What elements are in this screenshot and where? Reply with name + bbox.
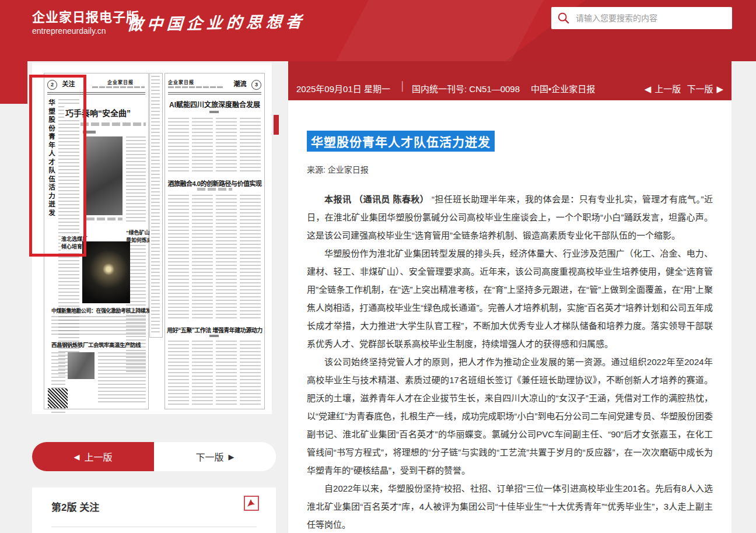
page-pager: ◀ 上一版 下一版 ▶ xyxy=(32,442,276,471)
photo-caption-line xyxy=(86,218,123,220)
search-input[interactable] xyxy=(575,13,732,23)
prev-arrow-icon: ◀ xyxy=(74,453,79,461)
text-column-pattern xyxy=(192,118,213,174)
prev-page-button[interactable]: ◀ 上一版 xyxy=(32,442,154,471)
text-column-pattern xyxy=(240,341,261,405)
site-slogan: 做中国企业的思想者 xyxy=(127,9,306,34)
site-title[interactable]: 企业家日报电子版 xyxy=(32,6,139,25)
newspaper-spine-column xyxy=(149,73,163,338)
text-column-pattern xyxy=(216,118,237,174)
text-column-pattern xyxy=(216,341,237,405)
next-page-link[interactable]: 下一版 xyxy=(687,84,713,94)
masthead-info-line xyxy=(92,86,145,88)
prev-arrow-icon[interactable]: ◀ xyxy=(645,84,652,94)
right-page-header: 潮流 3 xyxy=(234,78,261,90)
page-number-badge: 3 xyxy=(251,80,261,90)
masthead-info-line xyxy=(168,86,223,88)
search-icon[interactable] xyxy=(557,12,570,24)
text-column-pattern xyxy=(151,76,160,332)
masthead-mini: 企业家日报 xyxy=(168,79,194,85)
article-paragraph: 本报讯 （通讯员 陈春秋） “担任班长助理半年来，我的体会是：只有专业扎实，管理… xyxy=(307,190,713,244)
next-arrow-icon: ▶ xyxy=(229,453,235,461)
article-paragraph: 华塑股份作为淮北矿业集团转型发展的排头兵，经济体量大、行业涉及范围广（化工、冶金… xyxy=(307,244,713,353)
divider xyxy=(51,527,257,527)
next-arrow-icon[interactable]: ▶ xyxy=(716,84,723,94)
headline-xichang: 西昌钢钒炼铁厂工会筑牢高温生产防线 xyxy=(51,341,141,349)
text-column-pattern xyxy=(240,118,261,174)
current-article-highlight-rect[interactable] xyxy=(29,75,86,257)
article-panel: 华塑股份青年人才队伍活力迸发 来源: 企业家日报 本报讯 （通讯员 陈春秋） “… xyxy=(288,100,732,533)
text-column-pattern xyxy=(192,195,213,320)
paper-name: 中国•企业家日报 xyxy=(531,82,595,94)
info-bar-page-nav: ◀上一版 下一版▶ xyxy=(641,82,723,94)
headline-subtitle-line xyxy=(197,188,232,191)
headline-yonghao: 用好“五聚”工作法 增强青年建功源动力 xyxy=(165,325,264,334)
header-rule xyxy=(168,92,261,94)
headline-jiulv: 酒旅融合4.0的创新路径与价值实现 xyxy=(165,178,264,188)
article-title[interactable]: 华塑股份青年人才队伍活力迸发 xyxy=(307,131,495,152)
next-page-button[interactable]: 下一版 ▶ xyxy=(154,442,276,471)
headline-zhongmei: 中煤新集地勘公司：在强化激励考核上持续发力 xyxy=(51,307,156,314)
text-column-pattern xyxy=(126,136,146,224)
next-page-label: 下一版 xyxy=(195,450,223,464)
article-source: 来源: 企业家日报 xyxy=(307,163,732,175)
article-paragraph: 该公司始终坚持党管人才的原则，把人才作为推动企业发展的第一资源。通过组织2022… xyxy=(307,353,713,479)
group-photo xyxy=(68,352,94,379)
site-header: 企业家日报电子版 entrepreneurdaily.cn 做中国企业的思想者 xyxy=(0,0,756,61)
text-column-pattern xyxy=(168,341,189,405)
article-body: 本报讯 （通讯员 陈春秋） “担任班长助理半年来，我的体会是：只有专业扎实，管理… xyxy=(307,190,713,533)
text-column-pattern xyxy=(192,341,213,405)
issue-date: 2025年09月01日 星期一 xyxy=(296,82,390,94)
text-column-pattern xyxy=(51,316,146,337)
issue-number: 国内统一刊号: CN51—0098 xyxy=(412,82,520,94)
page-card-title[interactable]: 第2版 关注 xyxy=(51,499,99,514)
night-scene-photo xyxy=(82,241,130,303)
paragraph-lead: 本报讯 （通讯员 陈春秋） xyxy=(324,194,432,204)
text-column-pattern xyxy=(98,352,146,402)
prev-page-link[interactable]: 上一版 xyxy=(654,84,681,94)
qr-code xyxy=(48,388,68,408)
article-paragraph: 自2022年以来，华塑股份坚持“校招、社招、订单招”三位一体引进高校毕业生201… xyxy=(307,479,713,533)
masthead-mini: 企业家日报 xyxy=(107,79,134,85)
search-box[interactable] xyxy=(551,7,732,29)
text-column-pattern xyxy=(216,195,237,320)
site-domain: entrepreneurdaily.cn xyxy=(32,26,139,36)
headline-subtitle-line xyxy=(80,122,146,126)
site-logo[interactable]: 企业家日报电子版 entrepreneurdaily.cn xyxy=(32,6,139,36)
byline-mark xyxy=(209,335,219,337)
byline-mark xyxy=(209,111,219,113)
workers-photo xyxy=(86,136,123,215)
pdf-icon[interactable] xyxy=(244,496,259,511)
headline-ai: AI赋能四川文旅深度融合发展 xyxy=(165,99,264,109)
text-column-pattern xyxy=(240,195,261,320)
prev-page-label: 上一版 xyxy=(84,450,112,464)
section-name: 潮流 xyxy=(234,80,247,87)
issue-info-bar: 2025年09月01日 星期一 │ 国内统一刊号: CN51—0098 中国•企… xyxy=(288,61,732,100)
header-left-red-tab xyxy=(0,61,27,104)
page-list-card: 第2版 关注 xyxy=(32,488,276,533)
text-column-pattern xyxy=(168,195,189,320)
red-accent-bar xyxy=(274,115,279,135)
text-column-pattern xyxy=(168,118,189,174)
newspaper-right-page: 企业家日报 潮流 3 AI赋能四川文旅深度融合发展 酒旅融合4.0的创新路径与价… xyxy=(164,73,265,409)
separator: │ xyxy=(400,81,405,91)
page-root: 企业家日报电子版 entrepreneurdaily.cn 做中国企业的思想者 … xyxy=(0,0,756,533)
